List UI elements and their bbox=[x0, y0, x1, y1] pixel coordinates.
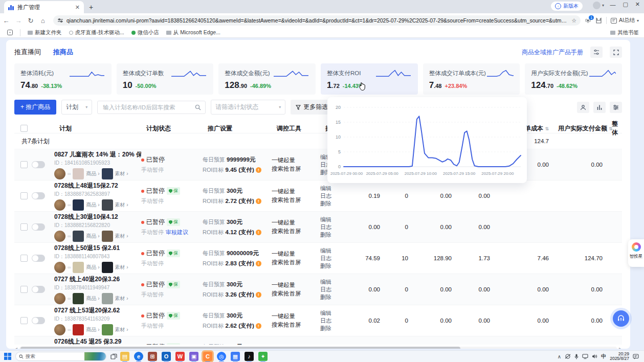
col-plan-status[interactable]: 计划状态 bbox=[141, 124, 203, 133]
table-settings-icon[interactable] bbox=[610, 102, 622, 113]
ime-indicator[interactable]: 中 bbox=[601, 353, 606, 360]
warning-icon[interactable]: ! bbox=[256, 292, 261, 298]
bookmark-item[interactable]: 微信小店 bbox=[131, 29, 159, 36]
back-button[interactable]: ← bbox=[0, 17, 12, 25]
search-icon[interactable] bbox=[195, 104, 201, 110]
material-link[interactable]: 素材 › bbox=[115, 326, 128, 333]
action-link[interactable]: 日志 bbox=[320, 255, 348, 262]
action-link[interactable]: 编辑 bbox=[320, 278, 348, 286]
action-link[interactable]: 日志 bbox=[320, 223, 348, 231]
bookmark-item[interactable]: 从 Microsoft Edge... bbox=[166, 29, 220, 36]
promote-product-button[interactable]: + 推广商品 bbox=[14, 100, 56, 115]
material-thumbnail[interactable] bbox=[102, 168, 113, 179]
scrollbar-thumb[interactable] bbox=[20, 347, 460, 349]
plan-title[interactable]: 0827 儿童雨衣 14% 退：20% 保：9.92 bbox=[54, 150, 141, 159]
product-link[interactable]: 商品 › bbox=[86, 201, 99, 209]
kpi-card-5[interactable]: 用户实际支付金额(元)124.70-48.62% bbox=[525, 63, 622, 95]
product-link[interactable]: 商品 › bbox=[86, 170, 99, 177]
material-link[interactable]: 素材 › bbox=[115, 295, 128, 302]
scroll-right-arrow[interactable]: ▸ bbox=[619, 346, 621, 349]
minimize-button[interactable]: — bbox=[610, 2, 615, 8]
action-link[interactable]: 日志 bbox=[320, 286, 348, 293]
action-link[interactable]: 编辑 bbox=[320, 216, 348, 223]
taskbar-app-wps[interactable]: W bbox=[175, 352, 185, 361]
material-thumbnail[interactable] bbox=[102, 324, 113, 335]
product-manual-link[interactable]: 商品全域推广产品手册 bbox=[522, 48, 583, 57]
other-bookmarks[interactable]: 其他书签 bbox=[610, 29, 639, 36]
taskbar-app-qianchuan-app[interactable]: C bbox=[203, 352, 212, 361]
plan-title[interactable]: 0726线上45 退25 保3.29 bbox=[54, 337, 141, 345]
bookmark-item[interactable]: 虎牙直播-技术驱动... bbox=[69, 29, 124, 36]
col-overall-partial[interactable]: 整体 bbox=[607, 120, 622, 137]
taskbar-app-store-red-app[interactable]: ⊞ bbox=[148, 352, 157, 361]
product-thumbnail[interactable] bbox=[73, 168, 84, 179]
download-person-icon[interactable] bbox=[577, 102, 589, 113]
tool-link[interactable]: 一键起量 bbox=[272, 218, 320, 227]
product-link[interactable]: 商品 › bbox=[86, 233, 99, 240]
row-checkbox[interactable] bbox=[20, 161, 28, 168]
tool-link[interactable]: 一键起量 bbox=[272, 156, 320, 165]
tool-link[interactable]: 搜索抢首屏 bbox=[272, 321, 320, 329]
fullscreen-icon[interactable] bbox=[610, 47, 622, 58]
kpi-card-1[interactable]: 整体成交订单数10-50.00% bbox=[117, 63, 214, 95]
action-link[interactable]: 编辑 bbox=[320, 185, 348, 192]
material-thumbnail[interactable] bbox=[102, 199, 113, 211]
material-thumbnail[interactable] bbox=[102, 293, 113, 304]
microphone-icon[interactable] bbox=[574, 354, 579, 359]
horizontal-scrollbar[interactable]: ◂ ▸ bbox=[14, 346, 622, 349]
product-link[interactable]: 商品 › bbox=[86, 264, 99, 271]
material-thumbnail[interactable] bbox=[102, 262, 113, 273]
task-view-icon[interactable] bbox=[110, 353, 117, 360]
taskbar-app-edge-browser[interactable]: e bbox=[134, 352, 143, 361]
action-link[interactable]: 删除 bbox=[320, 231, 348, 239]
product-thumbnail[interactable] bbox=[73, 231, 84, 242]
product-thumbnail[interactable] bbox=[73, 293, 84, 304]
tool-link[interactable]: 搜索抢首屏 bbox=[272, 196, 320, 205]
new-version-badge[interactable]: ↓新版本 bbox=[551, 2, 583, 11]
taskbar-app-wechat-green-app[interactable]: ✦ bbox=[258, 352, 268, 361]
tool-link[interactable]: 一键起量 bbox=[272, 187, 320, 196]
notification-icon[interactable] bbox=[633, 354, 639, 359]
select-all-checkbox[interactable] bbox=[20, 125, 28, 132]
more-filters-button[interactable]: 更多筛选 bbox=[291, 100, 333, 115]
clock[interactable]: 20:292025/8/27 bbox=[610, 352, 629, 361]
scroll-left-arrow[interactable]: ◂ bbox=[15, 346, 17, 349]
material-link[interactable]: 素材 › bbox=[115, 233, 128, 240]
row-toggle[interactable] bbox=[32, 223, 45, 231]
action-link[interactable]: 编辑 bbox=[320, 309, 348, 317]
action-link[interactable]: 删除 bbox=[320, 200, 348, 208]
material-link[interactable]: 素材 › bbox=[115, 201, 128, 209]
speaker-icon[interactable] bbox=[592, 354, 597, 359]
warning-icon[interactable]: ! bbox=[256, 198, 261, 204]
site-settings-icon[interactable] bbox=[57, 17, 63, 24]
taskbar-app-blue-app[interactable]: ▦ bbox=[231, 352, 240, 361]
assistant-widget[interactable]: 智投星 bbox=[628, 239, 644, 267]
tool-link[interactable]: 一键起量 bbox=[272, 250, 320, 258]
material-link[interactable]: 素材 › bbox=[115, 170, 128, 177]
tab-live-room[interactable]: 推直播间 bbox=[14, 48, 41, 57]
action-link[interactable]: 删除 bbox=[320, 262, 348, 270]
row-checkbox[interactable] bbox=[20, 255, 28, 262]
maximize-button[interactable]: ▢ bbox=[623, 1, 628, 8]
taskbar-app-purple-app[interactable]: ▣ bbox=[189, 352, 198, 361]
product-link[interactable]: 商品 › bbox=[86, 295, 99, 302]
broadcast-extension-icon[interactable]: 1 bbox=[585, 17, 591, 24]
sort-icon[interactable]: ⇅ bbox=[545, 126, 549, 131]
taskbar-app-blue-circle-app[interactable]: ◎ bbox=[217, 352, 226, 361]
warning-icon[interactable]: ! bbox=[256, 167, 261, 173]
apps-grid-icon[interactable] bbox=[7, 30, 13, 35]
col-promo-settings[interactable]: 推广设置 bbox=[203, 124, 272, 133]
plan-type-select[interactable]: 计划▾ bbox=[61, 100, 92, 115]
settings-sliders-icon[interactable] bbox=[590, 47, 603, 58]
cat-extension-icon[interactable] bbox=[595, 17, 602, 24]
product-link[interactable]: 商品 › bbox=[86, 326, 99, 333]
review-suggestion-link[interactable]: 审核建议 bbox=[166, 229, 188, 235]
browser-tab[interactable]: 推广管理 ✕ bbox=[4, 1, 84, 13]
tab-close-icon[interactable]: ✕ bbox=[75, 4, 80, 11]
start-button[interactable] bbox=[4, 353, 11, 360]
ai-summary-button[interactable]: AI总结 ▾ bbox=[611, 17, 639, 24]
kpi-card-2[interactable]: 整体成交金额(元)128.90-46.89% bbox=[218, 63, 316, 95]
kpi-card-0[interactable]: 整体消耗(元)74.80-38.13% bbox=[14, 63, 112, 95]
taskbar-app-douyin[interactable]: ♪ bbox=[245, 352, 254, 361]
action-link[interactable]: 编辑 bbox=[320, 247, 348, 255]
